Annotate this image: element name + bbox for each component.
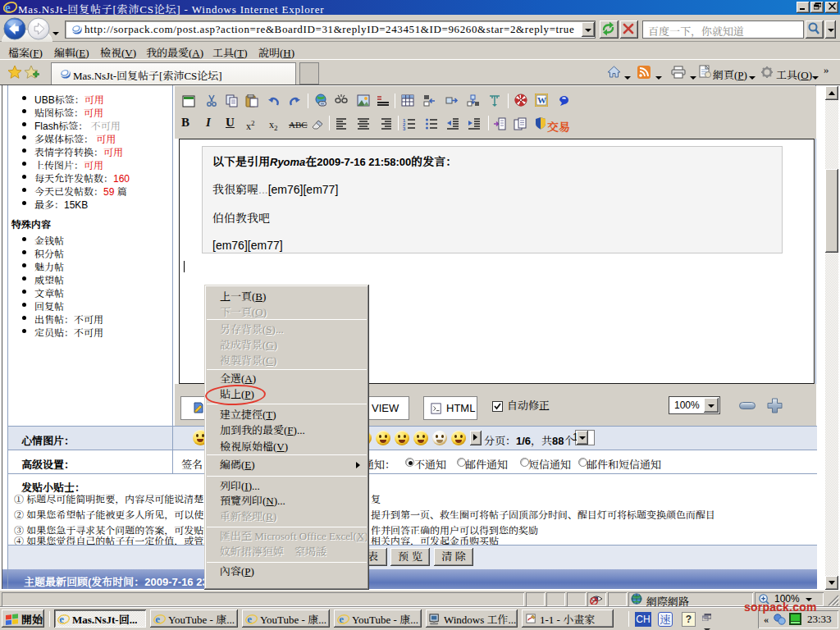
svg-text:W: W (537, 95, 546, 105)
svg-text:3: 3 (403, 126, 406, 130)
